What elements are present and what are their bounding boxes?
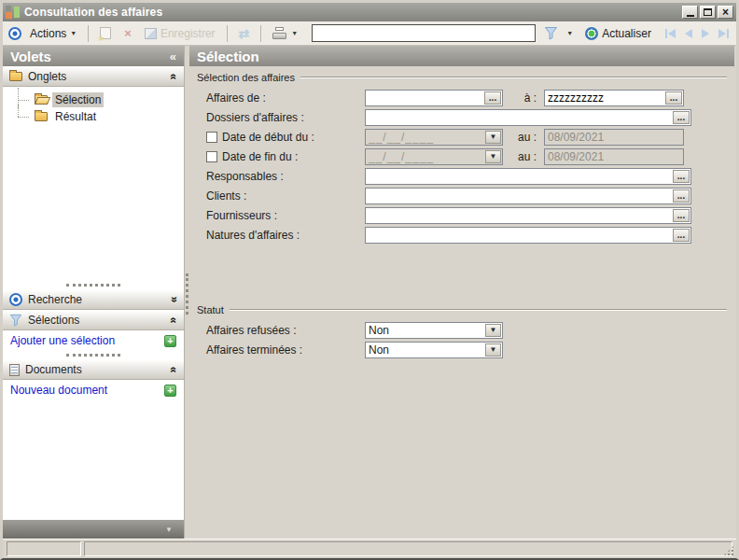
- close-icon: ×: [722, 7, 729, 17]
- section-header-documents[interactable]: Documents «: [3, 359, 184, 380]
- dossiers-input[interactable]: [366, 110, 690, 125]
- chevron-double-up-icon[interactable]: «: [168, 367, 181, 373]
- new-document-link[interactable]: Nouveau document: [10, 384, 107, 397]
- minimize-button[interactable]: [682, 6, 698, 19]
- clients-input[interactable]: [366, 189, 690, 203]
- date-fin-dropdown-button[interactable]: ▼: [485, 150, 501, 163]
- collapse-sidebar-button[interactable]: «: [170, 49, 176, 63]
- natures-input[interactable]: [366, 228, 690, 243]
- date-fin-au-field: 08/09/2021: [544, 148, 684, 165]
- search-target-icon: [9, 293, 22, 306]
- responsables-lookup-button[interactable]: ...: [673, 170, 690, 183]
- filter-funnel-icon: [544, 26, 558, 40]
- sync-button[interactable]: ⇄: [234, 24, 255, 43]
- sync-arrows-icon: ⇄: [239, 27, 250, 40]
- affaires-a-field: ...: [544, 90, 684, 106]
- date-fin-au-value: 08/09/2021: [545, 150, 607, 163]
- filter-funnel-icon: [9, 314, 22, 327]
- row-affaires-refusees: Affaires refusées : Non ▼: [197, 320, 727, 340]
- date-debut-au-field: 08/09/2021: [544, 129, 684, 146]
- statut-section: Statut Affaires refusées : Non ▼ Affaire…: [197, 302, 727, 359]
- app-icon: [6, 6, 20, 19]
- row-fournisseurs: Fournisseurs : ...: [197, 205, 727, 225]
- date-debut-dropdown-button[interactable]: ▼: [485, 131, 501, 144]
- section-header-selections[interactable]: Sélections «: [3, 310, 184, 330]
- date-fin-label: Date de fin du :: [222, 150, 298, 163]
- tree-item-resultat[interactable]: Résultat: [12, 108, 184, 125]
- search-input[interactable]: [312, 24, 536, 42]
- affaires-refusees-value: Non: [366, 324, 392, 337]
- refresh-button[interactable]: Actualiser: [580, 24, 656, 43]
- section-header-recherche[interactable]: Recherche «: [3, 289, 184, 310]
- add-selection-row: Ajouter une sélection +: [3, 330, 184, 351]
- maximize-button[interactable]: [700, 6, 716, 19]
- affaires-a-lookup-button[interactable]: ...: [665, 91, 682, 105]
- date-fin-checkbox[interactable]: [206, 151, 217, 162]
- responsables-label: Responsables :: [197, 170, 365, 183]
- affaires-refusees-dropdown-button[interactable]: ▼: [485, 324, 501, 337]
- last-record-button[interactable]: [718, 29, 729, 38]
- natures-lookup-button[interactable]: ...: [673, 229, 690, 242]
- add-selection-plus-button[interactable]: +: [164, 335, 176, 347]
- date-fin-field: __/__/____ ▼: [365, 148, 503, 165]
- affaires-de-lookup-button[interactable]: ...: [484, 91, 501, 105]
- sidebar-title-label: Volets: [10, 49, 51, 64]
- chevron-double-up-icon[interactable]: «: [168, 317, 181, 324]
- chevron-double-down-icon[interactable]: «: [168, 297, 181, 303]
- sidebar-bottom-bar[interactable]: ▼: [3, 520, 184, 539]
- print-button[interactable]: ▼: [268, 24, 302, 42]
- fournisseurs-input[interactable]: [366, 208, 690, 223]
- date-fin-mask: __/__/____: [366, 150, 437, 163]
- filter-dropdown-icon[interactable]: ▼: [566, 30, 573, 36]
- main-panel-title: Sélection: [189, 46, 734, 66]
- affaires-refusees-select[interactable]: Non ▼: [365, 322, 503, 339]
- sidebar-title: Volets «: [3, 46, 184, 66]
- next-record-icon: [702, 29, 709, 38]
- printer-icon: [272, 27, 287, 39]
- content-area: Volets « Onglets « Sélection Résultat: [3, 46, 736, 539]
- app-window: Consultation des affaires × Actions ▼ ★ …: [0, 0, 739, 560]
- affaires-terminees-value: Non: [366, 343, 392, 357]
- filter-button[interactable]: [539, 23, 563, 43]
- chevron-double-up-icon[interactable]: «: [168, 74, 181, 80]
- row-date-fin: Date de fin du : __/__/____ ▼ au : 08/09…: [197, 147, 727, 166]
- main-panel: Sélection Sélection des affaires Affaire…: [189, 46, 734, 539]
- date-debut-checkbox[interactable]: [206, 132, 217, 143]
- clients-lookup-button[interactable]: ...: [673, 189, 690, 203]
- affaires-terminees-select[interactable]: Non ▼: [365, 342, 503, 358]
- section-header-onglets[interactable]: Onglets «: [3, 66, 184, 87]
- dossiers-lookup-button[interactable]: ...: [673, 111, 690, 124]
- date-debut-field: __/__/____ ▼: [365, 129, 503, 146]
- sidebar-splitter[interactable]: [3, 351, 184, 359]
- group-divider: [230, 309, 727, 311]
- panel-splitter-handle[interactable]: [186, 273, 188, 315]
- responsables-input[interactable]: [366, 169, 690, 184]
- delete-button[interactable]: ×: [119, 24, 136, 42]
- new-document-plus-button[interactable]: +: [164, 385, 176, 397]
- folder-icon: [9, 72, 22, 81]
- actions-menu-button[interactable]: Actions ▼: [25, 24, 81, 43]
- previous-record-button[interactable]: [685, 29, 692, 38]
- window-title: Consultation des affaires: [24, 6, 682, 19]
- affaires-terminees-dropdown-button[interactable]: ▼: [485, 343, 501, 357]
- save-button[interactable]: Enregistrer: [140, 24, 220, 43]
- date-debut-label: Date de début du :: [222, 131, 314, 144]
- sidebar-splitter[interactable]: [3, 281, 184, 289]
- documents-label: Documents: [25, 363, 82, 376]
- add-selection-link[interactable]: Ajouter une sélection: [10, 334, 115, 347]
- new-document-row: Nouveau document +: [3, 380, 184, 400]
- document-icon: [9, 364, 20, 376]
- first-record-button[interactable]: [665, 29, 676, 38]
- new-button[interactable]: ★: [95, 24, 116, 42]
- tree-item-selection[interactable]: Sélection: [12, 91, 184, 108]
- chevron-down-icon[interactable]: ▼: [165, 525, 173, 534]
- open-folder-icon: [35, 95, 48, 105]
- group-selection-des-affaires: Sélection des affaires: [197, 70, 727, 85]
- affaires-de-input[interactable]: [366, 91, 502, 105]
- dossiers-label: Dossiers d'affaires :: [197, 111, 365, 124]
- fournisseurs-lookup-button[interactable]: ...: [673, 209, 690, 222]
- refresh-label: Actualiser: [602, 27, 651, 40]
- close-button[interactable]: ×: [718, 6, 733, 19]
- next-record-button[interactable]: [702, 29, 709, 38]
- affaires-a-input[interactable]: [545, 91, 683, 105]
